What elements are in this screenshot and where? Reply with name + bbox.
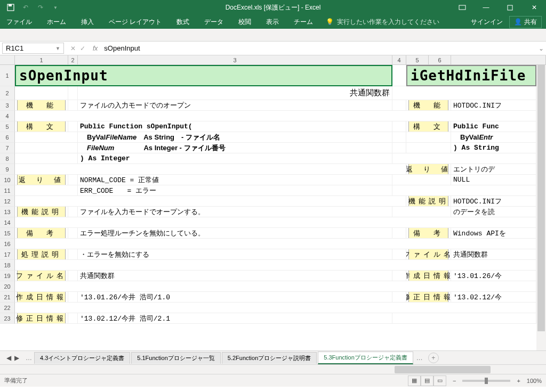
scroll-thumb[interactable]	[537, 65, 545, 331]
row-header[interactable]: 16	[0, 239, 15, 249]
svg-rect-2	[459, 5, 465, 10]
tab-page-layout[interactable]: ページ レイアウト	[107, 18, 164, 27]
undo-icon[interactable]: ↶	[19, 1, 32, 14]
row-header[interactable]: 5	[0, 121, 15, 132]
name-box[interactable]: R1C1 ▼	[2, 43, 64, 54]
tab-nav-prev-icon[interactable]: ◀	[5, 354, 12, 362]
zoom-slider[interactable]	[462, 380, 510, 382]
label-remark: 備 考	[17, 228, 66, 239]
column-header[interactable]: 4	[392, 55, 406, 64]
text-function[interactable]: ファイルの入力モードでのオープン	[78, 100, 392, 111]
row-header[interactable]: 22	[0, 303, 15, 313]
row-header[interactable]: 20	[0, 281, 15, 292]
close-icon[interactable]: ✕	[522, 0, 546, 15]
column-header[interactable]: 6	[429, 55, 451, 64]
label-filename: ファイル名	[17, 271, 66, 281]
column-header[interactable]: 5	[406, 55, 429, 64]
row-header[interactable]: 13	[0, 207, 15, 217]
row-header[interactable]: 17	[0, 249, 15, 260]
view-page-layout-icon[interactable]: ▤	[421, 375, 433, 386]
select-all-corner[interactable]	[0, 55, 15, 64]
row-header[interactable]: 11	[0, 185, 15, 196]
zoom-out-icon[interactable]: −	[451, 378, 458, 384]
tab-nav-next-icon[interactable]: ▶	[13, 354, 20, 362]
column-header[interactable]: 1	[15, 55, 68, 64]
row-header[interactable]: 12	[0, 196, 15, 207]
label-return: 返 り 値	[17, 175, 66, 185]
tab-file[interactable]: ファイル	[4, 18, 34, 27]
row-header[interactable]: 6	[0, 132, 15, 143]
sheet-tab[interactable]: 4.3イベントプロシージャ定義書	[34, 352, 130, 364]
sheet-tab-active[interactable]: 5.3Functionプロシージャ定義書	[318, 352, 413, 364]
more-tabs-left-icon[interactable]: …	[23, 354, 34, 362]
sheet-tab[interactable]: 5.2Functionプロシージャ説明書	[222, 352, 317, 364]
row-header[interactable]: 8	[0, 153, 15, 164]
chevron-down-icon[interactable]: ▼	[55, 46, 60, 51]
tab-review[interactable]: 校閲	[236, 18, 253, 27]
cancel-formula-icon[interactable]: ✕	[70, 45, 76, 52]
zoom-in-icon[interactable]: +	[515, 378, 522, 384]
label-func-desc: 機能説明	[17, 207, 66, 217]
sheet-tab[interactable]: 5.1Functionプロシージャ一覧	[131, 352, 220, 364]
tab-insert[interactable]: 挿入	[79, 18, 96, 27]
row-header[interactable]: 2	[0, 86, 15, 100]
subtitle[interactable]: 共通関数群	[78, 86, 392, 100]
function-title-right[interactable]: iGetHdIniFile	[406, 65, 536, 86]
row-header[interactable]: 23	[0, 313, 15, 324]
status-ready: 準備完了	[4, 377, 28, 385]
svg-rect-3	[508, 5, 512, 10]
label-process: 処理説明	[17, 249, 66, 260]
redo-icon[interactable]: ↷	[34, 1, 47, 14]
tab-team[interactable]: チーム	[292, 18, 315, 27]
vertical-scrollbar[interactable]	[536, 65, 546, 350]
maximize-icon[interactable]	[498, 0, 522, 15]
view-page-break-icon[interactable]: ▭	[433, 375, 446, 386]
row-header[interactable]: 14	[0, 217, 15, 228]
formula-input[interactable]	[101, 43, 536, 53]
scroll-thumb[interactable]	[395, 366, 491, 373]
view-normal-icon[interactable]: ▦	[408, 375, 421, 386]
minimize-icon[interactable]: —	[474, 0, 498, 15]
qat-dropdown-icon[interactable]: ▼	[49, 1, 62, 14]
row-header[interactable]: 10	[0, 175, 15, 185]
accept-formula-icon[interactable]: ✓	[80, 45, 85, 52]
row-header[interactable]: 19	[0, 271, 15, 281]
label-modified: 修正日情報	[17, 313, 66, 324]
column-header[interactable]: 3	[78, 55, 392, 64]
zoom-level[interactable]: 100%	[527, 378, 542, 384]
row-header[interactable]: 1	[0, 65, 15, 86]
tell-me-search[interactable]: 💡 実行したい作業を入力してください	[326, 18, 439, 27]
save-icon[interactable]	[4, 1, 17, 14]
label-created: 作成日情報	[17, 292, 66, 303]
row-header[interactable]: 9	[0, 164, 15, 175]
more-tabs-right-icon[interactable]: …	[414, 354, 425, 362]
row-header[interactable]: 3	[0, 100, 15, 111]
horizontal-scrollbar[interactable]	[0, 364, 546, 374]
add-sheet-icon[interactable]: +	[428, 353, 439, 363]
column-header[interactable]	[451, 55, 546, 64]
tab-formulas[interactable]: 数式	[174, 18, 191, 27]
person-icon: 👤	[514, 18, 522, 26]
share-button[interactable]: 👤 共有	[509, 16, 542, 28]
tab-view[interactable]: 表示	[264, 18, 281, 27]
expand-formula-bar-icon[interactable]: ⌄	[536, 45, 546, 52]
tab-home[interactable]: ホーム	[45, 18, 68, 27]
window-title: DocExcel.xls [保護ビュー] - Excel	[226, 3, 321, 12]
zoom-handle[interactable]	[485, 378, 488, 384]
row-header[interactable]: 15	[0, 228, 15, 239]
row-header[interactable]: 18	[0, 260, 15, 271]
row-header[interactable]: 21	[0, 292, 15, 303]
row-header[interactable]: 7	[0, 143, 15, 153]
sign-in-button[interactable]: サインイン	[471, 18, 503, 27]
tab-data[interactable]: データ	[202, 18, 226, 27]
column-header[interactable]: 2	[68, 55, 78, 64]
svg-rect-1	[9, 4, 12, 6]
ribbon-display-icon[interactable]	[450, 0, 474, 15]
label-syntax: 構 文	[17, 121, 66, 132]
ribbon-body	[0, 29, 546, 42]
lightbulb-icon: 💡	[326, 18, 334, 26]
label-function: 機 能	[17, 100, 66, 111]
fx-icon[interactable]: fx	[90, 45, 101, 52]
function-title-left[interactable]: sOpenInput	[15, 65, 392, 86]
row-header[interactable]: 4	[0, 111, 15, 121]
